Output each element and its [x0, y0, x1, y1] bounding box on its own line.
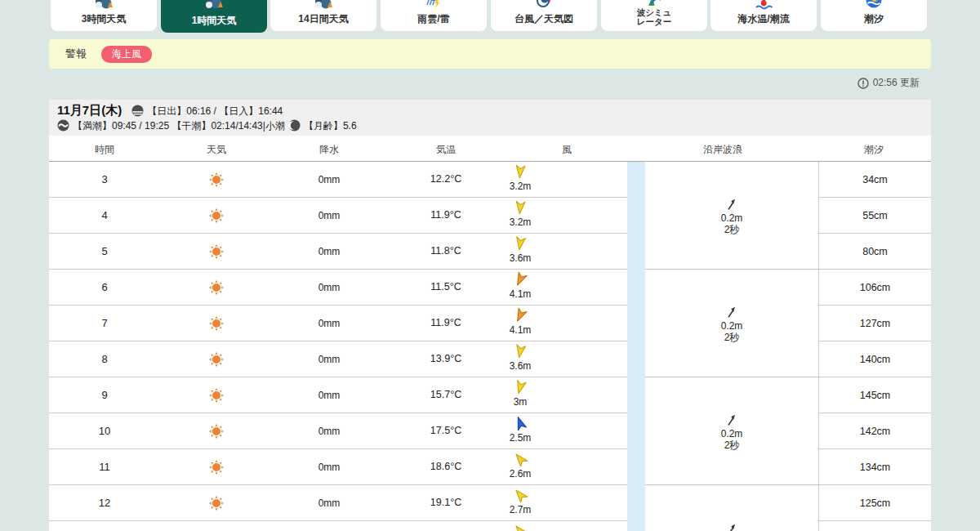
wind-cell: 2.6m: [494, 452, 546, 480]
wind-direction-icon: [513, 488, 528, 502]
tide-moon-icon: [863, 0, 884, 11]
hour-label: 11: [72, 461, 137, 473]
wind-cell: 4.1m: [494, 308, 546, 336]
date-label: 11月7日(木): [57, 103, 122, 117]
temp-value: 11.8°C: [413, 245, 479, 257]
temp-value: 18.6°C: [413, 461, 479, 472]
temp-value: 17.5°C: [413, 425, 479, 436]
precip-value: 0mm: [296, 174, 362, 185]
tab-1hour-weather[interactable]: 1時間天気: [161, 0, 267, 33]
wind-direction-icon: [513, 380, 528, 395]
col-header-temp: 気温: [436, 143, 456, 157]
wind-speed: 3.2m: [494, 216, 546, 228]
tide-value: 34cm: [819, 162, 931, 198]
wind-speed: 2.5m: [494, 432, 546, 444]
sun-cloud-icon: [93, 0, 114, 11]
wave-period: 2秒: [724, 440, 740, 451]
wave-height: 0.2m: [721, 320, 743, 332]
wind-direction-icon: [513, 272, 528, 287]
wind-cell: 3.6m: [494, 236, 546, 264]
sunny-icon: [208, 243, 225, 260]
alert-bar: 警報 海上風: [49, 39, 931, 69]
wind-speed: 2.7m: [494, 504, 546, 515]
col-header-tide: 潮汐: [864, 143, 884, 157]
sun-cloud-icon: [313, 0, 334, 11]
hour-label: 8: [72, 353, 137, 365]
tab-wave-simulator[interactable]: 波シミュ レーター: [601, 0, 707, 31]
hour-label: 3: [72, 173, 137, 185]
table-row: 5 0mm 11.8°C 3.6m: [49, 234, 627, 270]
col-header-time: 時間: [95, 143, 114, 157]
tide-wave-icon: [57, 119, 69, 132]
sunrise-icon: [131, 105, 144, 117]
temp-value: 11.5°C: [413, 281, 479, 292]
wind-direction-icon: [513, 164, 528, 179]
tab-rain-radar[interactable]: 雨雲/雷: [381, 0, 487, 31]
sun-cloud-icon: [203, 0, 225, 11]
coastal-wave-column: 0.2m 2秒 0.2m 2秒 0.2m 2秒: [645, 162, 818, 531]
alert-badge-sea-wind[interactable]: 海上風: [101, 46, 152, 63]
tide-value: 140cm: [819, 341, 931, 377]
wind-speed: 4.1m: [494, 324, 546, 336]
precip-value: 0mm: [296, 318, 362, 329]
sun-times: 【日出】06:16 / 【日入】16:44: [147, 105, 283, 117]
table-row: 3 0mm 12.2°C 3.2m: [49, 162, 627, 198]
sunny-icon: [208, 387, 225, 404]
wind-speed: 3.6m: [494, 252, 546, 264]
tab-label: 3時間天気: [82, 12, 127, 26]
moon-phase-icon: [288, 119, 301, 132]
tab-3hour-weather[interactable]: 3時間天気: [51, 0, 157, 31]
precip-value: 0mm: [296, 462, 362, 473]
typhoon-icon: [533, 0, 555, 11]
info-icon: [858, 78, 869, 89]
tide-value: 80cm: [819, 234, 931, 270]
tide-value: 106cm: [819, 270, 931, 306]
wave-direction-icon: [724, 196, 740, 212]
table-row: 7 0mm 11.9°C 4.1m: [49, 306, 627, 341]
tide-value: 125cm: [819, 485, 931, 521]
sunny-icon: [208, 459, 225, 475]
tab-label: 海水温/潮流: [737, 12, 789, 26]
wave-group: 0.2m 2秒: [645, 377, 818, 485]
precip-value: 0mm: [296, 354, 362, 365]
table-row: 11 0mm 18.6°C 2.6m: [49, 449, 627, 485]
hour-label: 6: [72, 281, 137, 293]
tide-value: [819, 521, 931, 531]
alert-label: 警報: [65, 47, 87, 61]
sea-temp-icon: [753, 0, 774, 11]
tab-tide[interactable]: 潮汐: [821, 0, 927, 31]
date-header: 11月7日(木)【日出】06:16 / 【日入】16:44 【満潮】09:45 …: [49, 100, 931, 136]
sunny-icon: [208, 423, 225, 440]
tab-label: 潮汐: [864, 12, 884, 26]
temp-value: 11.9°C: [413, 209, 479, 221]
weather-page: 3時間天気 1時間天気 14日間天気 雨雲/雷 台風／天気図 波シミュ レーター…: [0, 0, 980, 531]
wind-direction-icon: [513, 452, 528, 466]
tide-value: 142cm: [819, 413, 931, 449]
wind-direction-icon: [513, 308, 528, 323]
tide-value: 145cm: [819, 377, 931, 413]
table-header: 時間 天気 降水 気温 風 沿岸波浪 潮汐: [49, 136, 931, 162]
wind-direction-icon: [513, 200, 528, 215]
hour-label: 4: [72, 209, 137, 221]
wave-period: 2秒: [724, 224, 740, 235]
table-row: 9 0mm 15.7°C 3m: [49, 377, 627, 413]
rain-thunder-icon: [423, 0, 444, 11]
wave-direction-icon: [724, 521, 740, 531]
tab-sea-temp-current[interactable]: 海水温/潮流: [710, 0, 817, 31]
table-row: 6 0mm 11.5°C 4.1m: [49, 270, 627, 306]
hour-label: 10: [72, 425, 137, 437]
wind-cell: 3.2m: [494, 200, 546, 228]
temp-value: 19.1°C: [413, 497, 479, 508]
sunny-icon: [208, 279, 225, 296]
table-row: 8 0mm 13.9°C 3.6m: [49, 341, 627, 377]
table-row: 12 0mm 19.1°C 2.7m: [49, 485, 627, 521]
precip-value: 0mm: [296, 210, 362, 221]
col-header-wind: 風: [562, 143, 572, 157]
tab-14day-weather[interactable]: 14日間天気: [270, 0, 376, 31]
col-header-weather: 天気: [207, 143, 226, 157]
updated-time: 02:56 更新: [858, 76, 920, 90]
tab-typhoon-chart[interactable]: 台風／天気図: [491, 0, 597, 31]
sunny-icon: [208, 207, 225, 224]
wind-cell: 3.2m: [494, 164, 546, 192]
wave-direction-icon: [724, 412, 740, 428]
